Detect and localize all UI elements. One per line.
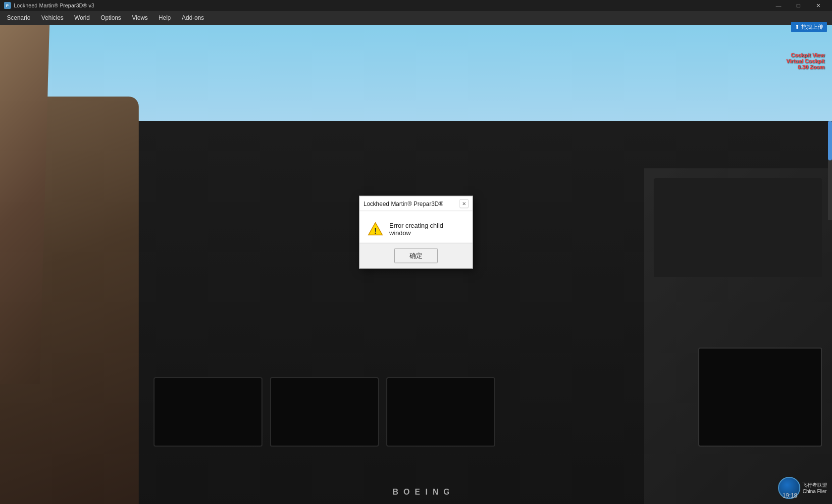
svg-text:!: !: [374, 227, 376, 235]
titlebar-left: P Lockheed Martin® Prepar3D® v3: [4, 2, 94, 9]
view-info: Cockpit View Virtual Cockpit 0.30 Zoom: [786, 52, 825, 70]
window-title: Lockheed Martin® Prepar3D® v3: [14, 2, 94, 8]
upload-icon: ⬆: [795, 24, 799, 30]
badge-text: 飞行者联盟 China Flier: [802, 482, 827, 494]
window-controls: — □ ✕: [769, 0, 828, 11]
menu-world[interactable]: World: [69, 12, 95, 23]
warning-icon: !: [367, 221, 383, 237]
maximize-button[interactable]: □: [788, 0, 808, 11]
modal-message: Error creating child window: [389, 222, 465, 237]
boeing-logo: B O E I N G: [393, 488, 451, 497]
menubar: Scenario Vehicles World Options Views He…: [0, 11, 832, 25]
scroll-thumb[interactable]: [828, 121, 832, 160]
titlebar: P Lockheed Martin® Prepar3D® v3 — □ ✕: [0, 0, 832, 11]
badge-line2: China Flier: [802, 489, 827, 494]
upload-label: 拖拽上传: [801, 23, 823, 31]
minimize-button[interactable]: —: [769, 0, 788, 11]
time-display: 19:18: [782, 492, 797, 499]
upload-button[interactable]: ⬆ 拖拽上传: [791, 22, 827, 32]
error-dialog: Lockheed Martin® Prepar3D® ✕ ! Error cre…: [359, 196, 473, 269]
badge-line1: 飞行者联盟: [802, 482, 827, 489]
menu-options[interactable]: Options: [96, 12, 126, 23]
modal-footer: 确定: [360, 243, 472, 268]
top-right-controls: ⬆ 拖拽上传: [791, 22, 827, 32]
menu-views[interactable]: Views: [127, 12, 153, 23]
view-info-line3: 0.30 Zoom: [786, 64, 825, 70]
ok-button[interactable]: 确定: [394, 249, 438, 263]
modal-title: Lockheed Martin® Prepar3D®: [364, 200, 443, 207]
scroll-bar[interactable]: [828, 121, 832, 220]
app-icon: P: [4, 2, 11, 9]
modal-titlebar: Lockheed Martin® Prepar3D® ✕: [360, 197, 472, 211]
menu-addons[interactable]: Add-ons: [177, 12, 209, 23]
close-button[interactable]: ✕: [808, 0, 828, 11]
modal-body: ! Error creating child window: [360, 211, 472, 243]
menu-vehicles[interactable]: Vehicles: [36, 12, 68, 23]
modal-close-button[interactable]: ✕: [460, 199, 468, 208]
view-info-line1: Cockpit View: [786, 52, 825, 58]
menu-scenario[interactable]: Scenario: [2, 12, 35, 23]
view-info-line2: Virtual Cockpit: [786, 58, 825, 64]
menu-help[interactable]: Help: [154, 12, 176, 23]
